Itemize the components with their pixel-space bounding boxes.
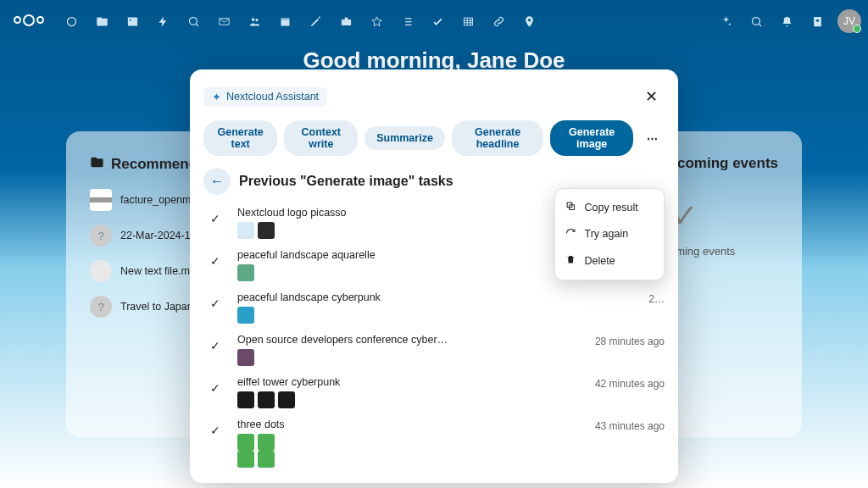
image-icon[interactable] (119, 8, 146, 35)
copy-icon (565, 201, 576, 214)
user-avatar[interactable]: JV (837, 9, 861, 33)
check-icon: ✓ (210, 212, 227, 225)
assistant-title: Nextcloud Assistant (226, 91, 319, 103)
search-icon[interactable] (743, 8, 770, 35)
app-nav (58, 8, 542, 35)
check-icon: ✓ (210, 339, 227, 352)
svg-point-10 (527, 19, 530, 21)
svg-point-3 (189, 17, 197, 25)
contacts-icon[interactable] (804, 8, 831, 35)
file-icon (90, 189, 112, 211)
sparkle-icon[interactable] (712, 8, 739, 35)
modal-header: ✦ Nextcloud Assistant ✕ (203, 83, 665, 110)
tab-generate-headline[interactable]: Generate headline (452, 120, 543, 156)
folder-icon (90, 155, 104, 174)
task-time: 28 minutes ago (595, 336, 665, 347)
bolt-icon[interactable] (149, 8, 176, 35)
svg-point-11 (752, 17, 760, 25)
task-actions-menu: Copy result Try again Delete (554, 188, 665, 280)
file-name: New text file.md (120, 265, 196, 277)
link-icon[interactable] (485, 8, 512, 35)
thumbnails (237, 434, 585, 451)
thumbnails (237, 349, 585, 366)
svg-rect-9 (464, 18, 472, 25)
folder-icon[interactable] (88, 8, 115, 35)
trash-icon (565, 254, 576, 268)
calendar-icon[interactable] (271, 8, 298, 35)
redo-icon (565, 228, 576, 241)
retry-label: Try again (585, 228, 629, 240)
more-tabs-button[interactable]: ⋯ (640, 126, 665, 151)
thumbnails (237, 451, 585, 468)
group-icon[interactable] (241, 8, 268, 35)
file-icon (90, 260, 112, 282)
svg-point-0 (67, 17, 75, 25)
table-icon[interactable] (454, 8, 481, 35)
thumbnails (237, 391, 585, 408)
tab-generate-image[interactable]: Generate image (550, 120, 633, 156)
magnify-icon[interactable] (180, 8, 207, 35)
copy-label: Copy result (585, 202, 638, 214)
svg-point-2 (130, 19, 131, 20)
check-icon: ✓ (210, 254, 227, 268)
list-icon[interactable] (393, 8, 420, 35)
svg-rect-7 (281, 18, 289, 20)
check-icon[interactable] (424, 8, 451, 35)
task-title: Open source developers conference cyber… (237, 334, 585, 346)
file-icon: ? (90, 225, 112, 247)
task-row[interactable]: ✓Open source developers conference cyber… (210, 334, 665, 366)
marker-icon[interactable] (515, 8, 542, 35)
task-title: peaceful landscape cyberpunk (237, 291, 638, 303)
assistant-badge[interactable]: ✦ Nextcloud Assistant (203, 87, 327, 107)
task-time: 42 minutes ago (595, 378, 665, 390)
close-button[interactable]: ✕ (637, 83, 665, 110)
task-body: Open source developers conference cyber… (237, 334, 585, 366)
tab-context-write[interactable]: Context write (284, 120, 358, 156)
pencil-icon[interactable] (302, 8, 329, 35)
assistant-modal: ✦ Nextcloud Assistant ✕ Generate textCon… (190, 69, 678, 483)
svg-point-4 (251, 18, 254, 21)
back-button[interactable]: ← (203, 168, 231, 195)
task-time: 2… (648, 293, 665, 305)
task-row[interactable]: ✓three dots43 minutes ago (210, 419, 665, 468)
delete-button[interactable]: Delete (555, 247, 664, 274)
thumbnails (237, 307, 638, 324)
task-title: eiffel tower cyberpunk (237, 376, 585, 388)
task-title: three dots (237, 419, 585, 430)
topbar: JV (0, 0, 868, 42)
check-icon: ✓ (210, 297, 227, 310)
email-icon[interactable] (210, 8, 237, 35)
svg-rect-8 (341, 19, 350, 25)
try-again-button[interactable]: Try again (555, 221, 664, 248)
svg-point-13 (815, 19, 818, 21)
svg-rect-1 (127, 17, 136, 25)
task-type-tabs: Generate textContext writeSummarizeGener… (203, 120, 665, 156)
tab-summarize[interactable]: Summarize (364, 126, 445, 150)
task-row[interactable]: ✓peaceful landscape cyberpunk2… (210, 291, 665, 324)
svg-point-5 (255, 19, 258, 21)
task-time: 43 minutes ago (595, 420, 665, 432)
circle-icon[interactable] (58, 8, 85, 35)
nextcloud-logo[interactable] (7, 16, 51, 26)
check-icon: ✓ (210, 424, 227, 437)
panel-title: Previous "Generate image" tasks (239, 174, 453, 189)
task-row[interactable]: ✓eiffel tower cyberpunk42 minutes ago (210, 376, 665, 408)
tab-generate-text[interactable]: Generate text (203, 120, 277, 156)
sparkle-icon: ✦ (212, 91, 221, 103)
task-body: peaceful landscape cyberpunk (237, 291, 638, 324)
copy-result-button[interactable]: Copy result (555, 194, 664, 221)
task-body: three dots (237, 419, 585, 468)
delete-label: Delete (585, 255, 615, 267)
topbar-right: JV (712, 8, 861, 35)
check-icon: ✓ (210, 381, 227, 395)
task-body: eiffel tower cyberpunk (237, 376, 585, 408)
star-icon[interactable] (363, 8, 390, 35)
bell-icon[interactable] (773, 8, 800, 35)
file-icon: ? (90, 296, 112, 318)
briefcase-icon[interactable] (332, 8, 359, 35)
